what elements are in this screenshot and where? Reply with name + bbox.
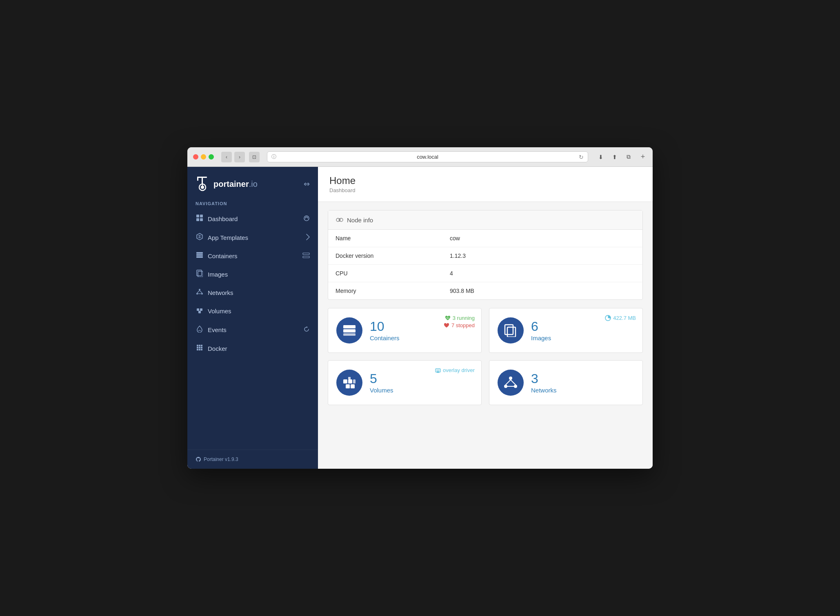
images-icon-circle bbox=[498, 317, 524, 343]
stat-card-images[interactable]: 6 Images 422.7 MB bbox=[489, 308, 643, 353]
info-icon: ⓘ bbox=[271, 153, 276, 160]
svg-rect-1 bbox=[197, 177, 207, 178]
page-body: Node info Name cow Docker version 1.12.3… bbox=[318, 202, 653, 413]
sidebar-item-app-templates[interactable]: App Templates bbox=[187, 228, 318, 247]
sidebar-footer: Portainer v1.9.3 bbox=[187, 450, 318, 469]
stat-card-volumes[interactable]: 5 Volumes overlay d bbox=[328, 360, 482, 405]
forward-button[interactable]: › bbox=[234, 152, 245, 162]
svg-point-5 bbox=[201, 186, 204, 189]
info-value-cpu: 4 bbox=[442, 265, 460, 282]
maximize-button[interactable] bbox=[209, 154, 214, 160]
sidebar-item-label-images: Images bbox=[208, 271, 228, 278]
dashboard-icon bbox=[196, 214, 204, 223]
networks-count: 3 bbox=[531, 372, 634, 385]
svg-rect-33 bbox=[197, 349, 198, 350]
reload-button[interactable]: ↻ bbox=[579, 154, 584, 160]
github-icon bbox=[196, 456, 201, 462]
reader-button[interactable]: ⊡ bbox=[249, 152, 260, 162]
svg-rect-32 bbox=[201, 347, 202, 348]
svg-rect-17 bbox=[198, 271, 203, 277]
containers-nav-icon bbox=[302, 253, 310, 259]
svg-rect-42 bbox=[507, 327, 516, 337]
pie-chart-icon bbox=[605, 315, 611, 321]
svg-line-57 bbox=[506, 380, 511, 385]
sidebar-item-networks[interactable]: Networks bbox=[187, 284, 318, 301]
svg-point-54 bbox=[509, 377, 512, 380]
sidebar-toggle-button[interactable]: ⇔ bbox=[304, 179, 310, 188]
volumes-badge: overlay driver bbox=[435, 367, 475, 373]
app-templates-nav-icon bbox=[303, 234, 310, 242]
svg-rect-7 bbox=[200, 215, 203, 217]
svg-rect-35 bbox=[201, 349, 202, 350]
back-button[interactable]: ‹ bbox=[221, 152, 232, 162]
close-button[interactable] bbox=[193, 154, 198, 160]
tabs-button[interactable]: ⧉ bbox=[623, 152, 634, 162]
svg-rect-14 bbox=[303, 253, 309, 255]
nav-section-label: NAVIGATION bbox=[187, 201, 318, 209]
sidebar-item-events[interactable]: Events bbox=[187, 320, 318, 339]
heart-stopped-icon bbox=[444, 323, 449, 328]
sidebar-item-dashboard[interactable]: Dashboard bbox=[187, 209, 318, 228]
containers-badge: 3 running 7 stopped bbox=[444, 315, 475, 328]
address-bar[interactable]: cow.local bbox=[279, 154, 576, 160]
svg-rect-15 bbox=[303, 256, 309, 258]
images-count: 6 bbox=[531, 320, 634, 333]
browser-window: ‹ › ⊡ ⓘ cow.local ↻ ⬇ ⬆ ⧉ + bbox=[187, 147, 653, 469]
stat-card-containers[interactable]: 10 Containers 3 running bbox=[328, 308, 482, 353]
sidebar-item-docker[interactable]: Docker bbox=[187, 339, 318, 358]
images-icon bbox=[196, 270, 204, 279]
svg-rect-29 bbox=[201, 345, 202, 346]
svg-line-58 bbox=[511, 380, 516, 385]
download-button[interactable]: ⬇ bbox=[596, 152, 606, 162]
dashboard-nav-icon bbox=[303, 215, 310, 223]
new-tab-button[interactable]: + bbox=[639, 153, 647, 161]
svg-rect-11 bbox=[196, 252, 203, 254]
containers-icon-circle bbox=[336, 317, 362, 343]
info-row-name: Name cow bbox=[328, 230, 642, 247]
sidebar-item-images[interactable]: Images bbox=[187, 265, 318, 284]
images-label: Images bbox=[531, 335, 634, 341]
networks-icon bbox=[196, 288, 204, 297]
svg-rect-45 bbox=[348, 379, 352, 383]
stats-grid: 10 Containers 3 running bbox=[328, 308, 643, 405]
node-info-panel: Node info Name cow Docker version 1.12.3… bbox=[328, 210, 643, 300]
drive-icon bbox=[435, 368, 441, 373]
svg-rect-9 bbox=[200, 218, 203, 221]
info-value-name: cow bbox=[442, 230, 467, 247]
info-value-docker: 1.12.3 bbox=[442, 247, 473, 264]
logo-text: portainer.io bbox=[213, 179, 258, 189]
sidebar-item-volumes[interactable]: Volumes bbox=[187, 301, 318, 320]
info-label-memory: Memory bbox=[328, 282, 442, 299]
minimize-button[interactable] bbox=[201, 154, 206, 160]
page-header: Home Dashboard bbox=[318, 167, 653, 202]
containers-running-badge: 3 running bbox=[445, 315, 475, 321]
events-nav-icon bbox=[303, 326, 310, 334]
app-layout: portainer.io ⇔ NAVIGATION bbox=[187, 167, 653, 469]
svg-rect-49 bbox=[348, 377, 351, 379]
node-info-header: Node info bbox=[328, 211, 642, 230]
volumes-count: 5 bbox=[370, 372, 473, 385]
browser-titlebar: ‹ › ⊡ ⓘ cow.local ↻ ⬇ ⬆ ⧉ + bbox=[187, 147, 653, 167]
sidebar: portainer.io ⇔ NAVIGATION bbox=[187, 167, 318, 469]
browser-nav: ‹ › bbox=[221, 152, 245, 162]
svg-rect-24 bbox=[197, 308, 199, 311]
images-size-badge: 422.7 MB bbox=[605, 315, 636, 321]
networks-icon-circle bbox=[498, 370, 524, 396]
node-info-title: Node info bbox=[347, 217, 373, 224]
info-label-cpu: CPU bbox=[328, 265, 442, 282]
svg-line-22 bbox=[200, 290, 202, 293]
svg-rect-44 bbox=[343, 379, 347, 383]
containers-stat-icon bbox=[342, 324, 356, 337]
share-button[interactable]: ⬆ bbox=[609, 152, 620, 162]
info-label-name: Name bbox=[328, 230, 442, 247]
stat-card-networks[interactable]: 3 Networks bbox=[489, 360, 643, 405]
svg-rect-27 bbox=[197, 345, 198, 346]
info-value-memory: 903.8 MB bbox=[442, 282, 482, 299]
node-info-table: Name cow Docker version 1.12.3 CPU 4 M bbox=[328, 230, 642, 299]
logo-content: portainer.io bbox=[196, 176, 258, 192]
containers-icon bbox=[196, 252, 204, 260]
images-stat-info: 6 Images bbox=[531, 320, 634, 341]
svg-rect-40 bbox=[343, 333, 356, 336]
heart-running-icon bbox=[445, 315, 451, 321]
sidebar-item-containers[interactable]: Containers bbox=[187, 247, 318, 265]
